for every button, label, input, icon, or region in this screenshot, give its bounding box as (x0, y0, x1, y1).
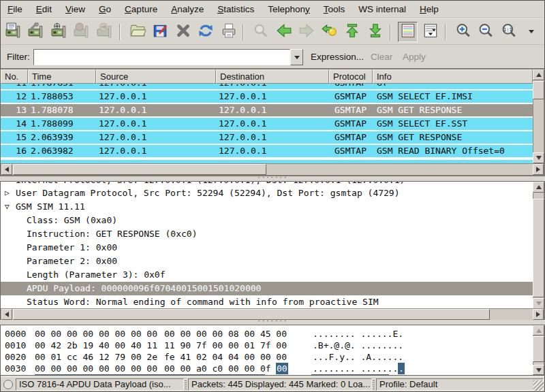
zoom-in-button[interactable] (453, 22, 473, 42)
vscroll-thumb[interactable] (533, 81, 544, 99)
tree-row-instruction[interactable]: Instruction: GET RESPONSE (0xc0) (1, 227, 533, 241)
capture-restart-button[interactable] (95, 22, 115, 42)
save-file-button[interactable] (150, 22, 170, 42)
toolbar-overflow-button[interactable] (522, 22, 542, 42)
scroll-left-button[interactable] (1, 309, 12, 320)
hscroll-thumb[interactable] (13, 309, 490, 320)
colorize-button[interactable] (398, 22, 418, 42)
arrow-up-icon (536, 185, 542, 189)
hex-row-clipped-highlight[interactable] (1, 374, 533, 376)
pane-splitter[interactable]: ······· (0, 176, 545, 181)
packet-row[interactable]: 162.063982127.0.0.1127.0.0.1GSMTAPGSM RE… (1, 145, 533, 157)
tree-row-parameter1[interactable]: Parameter 1: 0x00 (1, 241, 533, 255)
scroll-left-button[interactable] (1, 164, 12, 175)
go-to-packet-button[interactable] (320, 22, 340, 42)
tree-row-length[interactable]: Length (Parameter 3): 0x0f (1, 268, 533, 282)
column-header-time[interactable]: Time (28, 69, 96, 84)
packet-details-pane: Internet Protocol, Src: 127.0.0.1 (127.0… (0, 181, 545, 320)
tree-row-apdu-payload-selected[interactable]: APDU Payload: 000000096f0704001500150102… (1, 282, 533, 295)
status-bar: ISO 7816-4 APDU Data Payload (iso... Pac… (1, 376, 544, 391)
packet-row[interactable]: 121.788053127.0.0.1127.0.0.1GSMTAPGSM SE… (1, 91, 533, 103)
highlighted-ascii-char[interactable]: . (398, 363, 405, 374)
menu-statistics[interactable]: Statistics (211, 2, 261, 17)
menu-file[interactable]: File (1, 2, 29, 17)
close-file-button[interactable] (173, 22, 193, 42)
reload-button[interactable] (196, 22, 216, 42)
column-header-destination[interactable]: Destination (216, 69, 329, 84)
zoom-100-button[interactable]: 1:1 (499, 22, 519, 42)
scroll-up-button[interactable] (533, 69, 544, 80)
hex-row[interactable]: 002000 01 cc 46 12 79 00 2efe 41 02 04 0… (1, 351, 533, 363)
print-icon (221, 22, 237, 42)
menu-telephony[interactable]: Telephony (261, 2, 317, 17)
arrow-up-icon (536, 73, 542, 77)
zoom-out-button[interactable] (476, 22, 496, 42)
scroll-down-button[interactable] (533, 365, 544, 375)
column-header-source[interactable]: Source (96, 69, 216, 84)
menu-analyze[interactable]: Analyze (164, 2, 211, 17)
hex-row[interactable]: 001000 42 2b 19 40 00 40 1111 90 7f 00 0… (1, 340, 533, 351)
capture-options-button[interactable] (27, 22, 47, 42)
packet-row[interactable]: 152.063939127.0.0.1127.0.0.1GSMTAPGSM GE… (1, 131, 533, 144)
tree-row-udp[interactable]: ▷User Datagram Protocol, Src Port: 52294… (1, 186, 533, 200)
pane-splitter[interactable]: ······· (0, 320, 545, 325)
auto-scroll-button[interactable] (420, 22, 441, 42)
find-packet-button[interactable] (251, 22, 271, 42)
tree-row-clipped[interactable]: Internet Protocol, Src: 127.0.0.1 (127.0… (1, 182, 533, 186)
interfaces-button[interactable] (3, 22, 24, 42)
packet-row-selected[interactable]: 131.788078127.0.0.1127.0.0.1GSMTAPGSM GE… (1, 104, 533, 116)
scroll-down-button[interactable] (533, 152, 544, 163)
scroll-up-button[interactable] (533, 325, 544, 336)
go-forward-button[interactable] (297, 22, 317, 42)
capture-start-button[interactable] (49, 22, 69, 42)
filter-label: Filter: (7, 52, 30, 62)
menu-view[interactable]: View (59, 2, 92, 17)
hex-row[interactable]: 003000 00 00 00 00 00 00 0000 00 a0 c0 0… (1, 363, 533, 374)
highlighted-byte[interactable]: 00 (276, 363, 288, 374)
go-to-top-button[interactable] (343, 22, 363, 42)
menu-help[interactable]: Help (413, 2, 446, 17)
column-header-no[interactable]: No. (1, 69, 28, 84)
clear-button[interactable]: Clear (371, 52, 392, 62)
selected-bytes-bar (35, 374, 265, 376)
filter-input[interactable] (33, 49, 290, 65)
column-header-info[interactable]: Info (373, 69, 533, 84)
expander-expanded-icon[interactable]: ▽ (5, 200, 10, 214)
window-resize-grip[interactable] (533, 380, 544, 391)
interfaces-icon (5, 22, 22, 42)
tree-row-status-word[interactable]: Status Word: Normal ending of command wi… (1, 295, 533, 309)
expert-info-icon[interactable] (3, 380, 13, 389)
vscroll-thumb[interactable] (533, 199, 544, 297)
column-header-protocol[interactable]: Protocol (329, 69, 373, 84)
open-file-button[interactable] (127, 22, 148, 42)
go-to-bottom-button[interactable] (365, 22, 386, 42)
scroll-up-button[interactable] (533, 182, 544, 193)
statusbar-drag-handle[interactable] (185, 380, 187, 389)
toolbar-separator (119, 24, 121, 40)
statusbar-drag-handle[interactable] (373, 380, 375, 389)
scroll-down-button[interactable] (533, 298, 544, 309)
tree-row-class[interactable]: Class: GSM (0xa0) (1, 214, 533, 227)
menu-go[interactable]: Go (92, 2, 118, 17)
filter-dropdown-button[interactable] (290, 49, 303, 65)
go-back-button[interactable] (274, 22, 294, 42)
scroll-right-button[interactable] (533, 164, 544, 175)
menu-tools[interactable]: Tools (317, 2, 352, 17)
tree-row-gsm-sim[interactable]: ▽GSM SIM 11.11 (1, 200, 533, 214)
tree-row-parameter2[interactable]: Parameter 2: 0x00 (1, 255, 533, 268)
scroll-right-button[interactable] (533, 309, 544, 320)
capture-options-icon (28, 22, 44, 42)
apply-button[interactable]: Apply (403, 52, 426, 62)
hscroll-thumb[interactable] (13, 164, 266, 175)
expander-collapsed-icon[interactable]: ▷ (5, 186, 10, 200)
packet-row-clipped[interactable]: 111.787851127.0.0.1127.0.0.1GSMTAPGT (1, 84, 533, 89)
packet-row[interactable]: 141.788099127.0.0.1127.0.0.1GSMTAPGSM SE… (1, 118, 533, 130)
menu-edit[interactable]: Edit (29, 2, 59, 17)
menu-ws-internal[interactable]: WS internal (352, 2, 413, 17)
menu-capture[interactable]: Capture (118, 2, 164, 17)
expression-button[interactable]: Expression... (311, 52, 364, 62)
hex-row[interactable]: 000000 00 00 00 00 00 00 0000 00 00 00 0… (1, 328, 533, 340)
capture-stop-button[interactable] (72, 22, 93, 42)
print-button[interactable] (219, 22, 239, 42)
vscroll-thumb[interactable] (533, 336, 544, 362)
